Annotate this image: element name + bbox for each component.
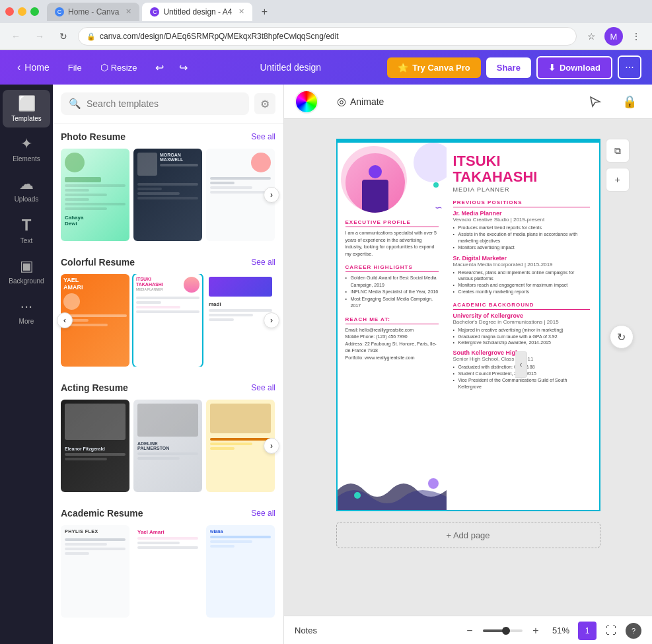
colorful-resume-see-all[interactable]: See all	[251, 258, 275, 267]
sidebar-item-background[interactable]: ▣ Background	[3, 252, 50, 290]
background-icon: ▣	[20, 258, 34, 275]
colorful-resume-prev[interactable]: ‹	[57, 312, 73, 328]
filter-button[interactable]: ⚙	[254, 93, 275, 114]
file-button[interactable]: File	[61, 59, 89, 77]
animate-button[interactable]: ◎ Animate	[329, 91, 392, 112]
sidebar-item-more[interactable]: ··· More	[3, 293, 50, 330]
template-thumb[interactable]: PHYLIS FLEX	[61, 525, 129, 618]
acting-resume-next[interactable]: ›	[264, 438, 279, 454]
template-thumb[interactable]: Eleanor Fitzgerald	[61, 400, 129, 492]
page-number-button[interactable]: 1	[578, 622, 597, 640]
browser-tab-design[interactable]: C Untitled design - A4 ✕	[142, 3, 252, 21]
refresh-button[interactable]: ↻	[610, 325, 634, 349]
wave-decoration	[338, 470, 447, 510]
photo-resume-next[interactable]: ›	[264, 187, 279, 203]
elements-label: Elements	[13, 155, 40, 162]
more-label: More	[19, 318, 34, 325]
tab-label-design: Untitled design - A4	[163, 7, 232, 17]
resize-button[interactable]: ⬡ Resize	[94, 58, 144, 77]
contact-email: Email: hello@realllygreatsite.com	[345, 327, 439, 334]
undo-button[interactable]: ↩	[149, 57, 170, 78]
new-tab-button[interactable]: +	[255, 3, 273, 21]
school1-detail-1: Majored in creative advertising (minor i…	[453, 327, 590, 334]
download-button[interactable]: ⬇ Download	[536, 56, 612, 79]
acting-resume-see-all[interactable]: See all	[251, 383, 275, 392]
user-profile-button[interactable]: M	[604, 27, 623, 46]
resume-right-column: ITSUKI TAKAHASHI MEDIA PLANNER PREVIOUS …	[447, 143, 599, 510]
template-thumb[interactable]: ADELINEPALMERSTON	[133, 400, 202, 492]
address-text: canva.com/design/DAEq6SRMRpQ/MEkqxR3t8hp…	[100, 32, 568, 41]
sidebar-item-elements[interactable]: ✦ Elements	[3, 130, 50, 168]
job1-bullet-3: Monitors advertising impact	[453, 244, 590, 251]
search-input[interactable]	[87, 98, 241, 109]
canvas-scroll-area[interactable]: ∽ EXECUTIVE PROFILE I am a communication…	[284, 119, 652, 616]
template-thumb[interactable]: CahayaDewi	[61, 149, 129, 241]
previous-positions-title: PREVIOUS POSITIONS	[453, 199, 590, 207]
photo-resume-see-all[interactable]: See all	[251, 132, 275, 141]
bookmark-button[interactable]: ☆	[582, 27, 600, 46]
contact-address: Address: 22 Faubourg St. Honore, Paris, …	[345, 341, 439, 355]
resume-name-line2: TAKAHASHI	[453, 169, 590, 185]
more-options-button[interactable]: ···	[618, 55, 641, 79]
sidebar-item-templates[interactable]: ⬜ Templates	[3, 90, 50, 127]
forward-button[interactable]: →	[30, 27, 49, 46]
colorful-resume-next[interactable]: ›	[264, 312, 279, 328]
window-close[interactable]	[5, 7, 14, 16]
resume-name-line1: ITSUKI	[453, 153, 590, 169]
collapse-panel-button[interactable]: ‹	[515, 351, 527, 378]
school1-detail-2: Graduated magna cum laude with a GPA of …	[453, 334, 590, 340]
svg-point-1	[428, 478, 439, 489]
lock-button[interactable]: 🔒	[618, 90, 641, 114]
more-icon: ···	[20, 298, 32, 315]
tab-close-design[interactable]: ✕	[238, 7, 244, 16]
academic-resume-section: Academic Resume See all PHYLIS FLEX	[53, 500, 283, 626]
canvas-bottom-bar: Notes − + 51% 1 ⛶ ?	[284, 616, 652, 644]
document-title[interactable]: Untitled design	[199, 62, 382, 73]
home-button[interactable]: ‹ Home	[11, 57, 56, 77]
resume-document[interactable]: ∽ EXECUTIVE PROFILE I am a communication…	[336, 139, 600, 511]
zoom-percent[interactable]: 51%	[549, 626, 573, 635]
template-thumb[interactable]: Yael Amari	[133, 525, 202, 618]
template-thumb[interactable]: MORGANMAXWELL	[133, 149, 202, 241]
academic-resume-header: Academic Resume See all	[61, 508, 275, 519]
resume-job-title: MEDIA PLANNER	[453, 186, 590, 193]
window-minimize[interactable]	[18, 7, 26, 16]
menu-button[interactable]: ⋮	[627, 27, 645, 46]
window-maximize[interactable]	[30, 7, 39, 16]
help-button[interactable]: ?	[626, 623, 641, 639]
photo-resume-section: Photo Resume See all CahayaDewi	[53, 124, 283, 249]
duplicate-page-button[interactable]: ⧉	[606, 139, 630, 162]
academic-resume-see-all[interactable]: See all	[251, 509, 275, 518]
zoom-slider-thumb[interactable]	[502, 627, 510, 635]
zoom-out-button[interactable]: −	[462, 623, 478, 639]
add-page-icon-button[interactable]: +	[606, 168, 630, 192]
zoom-slider[interactable]	[483, 629, 523, 632]
svg-point-0	[354, 492, 361, 499]
sidebar-item-uploads[interactable]: ☁ Uploads	[3, 170, 50, 208]
back-button[interactable]: ←	[7, 27, 25, 46]
acting-resume-row: Eleanor Fitzgerald ADELINEPALMERSTON	[61, 400, 275, 492]
school1-name: University of Kellergrove	[453, 312, 590, 319]
notes-button[interactable]: Notes	[295, 626, 317, 635]
magic-tool-button[interactable]	[583, 90, 607, 114]
address-bar[interactable]: 🔒 canva.com/design/DAEq6SRMRpQ/MEkqxR3t8…	[78, 27, 577, 46]
fullscreen-button[interactable]: ⛶	[602, 622, 620, 640]
browser-tab-home[interactable]: C Home - Canva ✕	[47, 3, 139, 21]
add-page-button[interactable]: + Add page	[336, 522, 600, 548]
share-button[interactable]: Share	[486, 57, 531, 78]
template-thumb[interactable]: wiana	[206, 525, 275, 618]
school2-detail-3: Vice President of the Communications Gui…	[453, 377, 590, 390]
browser-titlebar: C Home - Canva ✕ C Untitled design - A4 …	[0, 0, 652, 23]
template-thumb[interactable]: ITSUKITAKAHASHI MEDIA PLANNER	[133, 274, 202, 367]
career-highlights-title: CAREER HIGHLIGHTS	[345, 264, 439, 272]
photo-resume-header: Photo Resume See all	[61, 131, 275, 142]
zoom-in-button[interactable]: +	[528, 623, 544, 639]
tab-close-home[interactable]: ✕	[126, 7, 131, 16]
try-pro-button[interactable]: ⭐ Try Canva Pro	[387, 57, 480, 78]
refresh-button[interactable]: ↻	[54, 27, 73, 46]
resize-icon: ⬡	[100, 62, 108, 73]
exec-profile-text: I am a communications specialist with ov…	[345, 230, 439, 258]
sidebar-item-text[interactable]: T Text	[3, 211, 50, 250]
color-wheel-button[interactable]	[295, 90, 318, 114]
redo-button[interactable]: ↪	[172, 57, 194, 78]
